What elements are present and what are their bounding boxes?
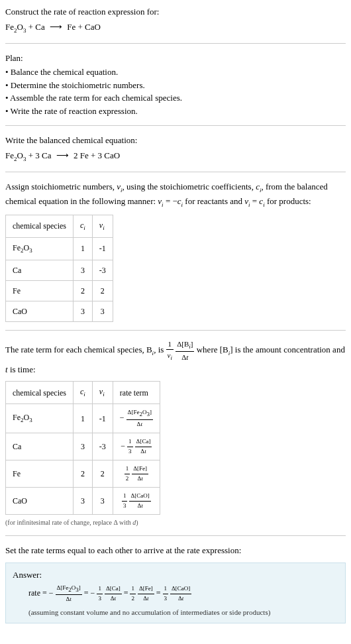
- plan-section: Plan: • Balance the chemical equation. •…: [5, 52, 346, 127]
- cell-species: Fe: [6, 460, 74, 488]
- cell-c: 2: [73, 460, 92, 488]
- initial-equation: Fe2O3 + Ca ⟶ Fe + CaO: [5, 21, 346, 35]
- table-row: Fe2O3 1 -1 − Δ[Fe2O3] Δt: [6, 404, 160, 433]
- rateterm-intro-pre: The rate term for each chemical species,…: [5, 345, 166, 354]
- cell-rate: 1 2 Δ[Fe] Δt: [113, 460, 160, 488]
- rateterm-frac1: 1 νi: [166, 339, 174, 363]
- plan-item: • Write the rate of reaction expression.: [5, 105, 346, 118]
- table-row: Fe 2 2 1 2 Δ[Fe] Δt: [6, 460, 160, 488]
- cell-species: CaO: [6, 301, 74, 321]
- final-title: Set the rate terms equal to each other t…: [5, 544, 346, 557]
- answer-box: Answer: rate = − Δ[Fe2O3] Δt = − 1 3 Δ[C…: [5, 563, 346, 624]
- cell-v: -3: [92, 433, 113, 460]
- stoich-table: chemical species ci νi Fe2O3 1 -1 Ca 3 -…: [5, 215, 113, 322]
- plan-item: • Balance the chemical equation.: [5, 66, 346, 79]
- cell-v: 3: [92, 488, 113, 515]
- table-row: Fe 2 2: [6, 280, 113, 301]
- balanced-equation: Fe2O3 + 3 Ca ⟶ 2 Fe + 3 CaO: [5, 149, 346, 164]
- rateterm-intro: The rate term for each chemical species,…: [5, 339, 346, 376]
- answer-note: (assuming constant volume and no accumul…: [28, 607, 338, 618]
- rateterm-frac2: Δ[Bi] Δt: [176, 339, 194, 363]
- cell-species: Fe: [6, 280, 74, 301]
- cell-species: Fe2O3: [6, 404, 74, 433]
- balanced-section: Write the balanced chemical equation: Fe…: [5, 134, 346, 172]
- table-row: CaO 3 3 1 3 Δ[CaO] Δt: [6, 488, 160, 515]
- table-row: CaO 3 3: [6, 301, 113, 321]
- cell-species: CaO: [6, 488, 74, 515]
- col-rate: rate term: [113, 382, 160, 404]
- cell-v: -1: [92, 237, 113, 260]
- cell-c: 3: [73, 260, 92, 280]
- cell-species: Ca: [6, 433, 74, 460]
- cell-rate: 1 3 Δ[CaO] Δt: [113, 488, 160, 515]
- rateterm-note: (for infinitesimal rate of change, repla…: [5, 517, 346, 527]
- cell-species: Ca: [6, 260, 74, 280]
- answer-equation: rate = − Δ[Fe2O3] Δt = − 1 3 Δ[Ca] Δt = …: [28, 584, 338, 604]
- cell-species: Fe2O3: [6, 237, 74, 260]
- plan-list: • Balance the chemical equation. • Deter…: [5, 66, 346, 117]
- cell-v: -3: [92, 260, 113, 280]
- col-species: chemical species: [6, 215, 74, 237]
- final-section: Set the rate terms equal to each other t…: [5, 544, 346, 623]
- plan-item: • Assemble the rate term for each chemic…: [5, 91, 346, 105]
- table-header-row: chemical species ci νi rate term: [6, 382, 160, 404]
- header-section: Construct the rate of reaction expressio…: [5, 5, 346, 44]
- cell-v: -1: [92, 404, 113, 433]
- cell-c: 3: [73, 433, 92, 460]
- answer-label: Answer:: [13, 568, 338, 582]
- col-c: ci: [73, 215, 92, 237]
- cell-c: 2: [73, 280, 92, 301]
- cell-v: 2: [92, 280, 113, 301]
- col-c: ci: [73, 382, 92, 404]
- cell-rate: − 1 3 Δ[Ca] Δt: [113, 433, 160, 460]
- cell-c: 3: [73, 488, 92, 515]
- col-v: νi: [92, 382, 113, 404]
- rateterm-section: The rate term for each chemical species,…: [5, 339, 346, 536]
- table-row: Ca 3 -3: [6, 260, 113, 280]
- table-row: Fe2O3 1 -1: [6, 237, 113, 260]
- col-v: νi: [92, 215, 113, 237]
- plan-item: • Determine the stoichiometric numbers.: [5, 79, 346, 92]
- stoich-intro: Assign stoichiometric numbers, νi, using…: [5, 180, 346, 209]
- cell-c: 1: [73, 404, 92, 433]
- cell-rate: − Δ[Fe2O3] Δt: [113, 404, 160, 433]
- page-title: Construct the rate of reaction expressio…: [5, 5, 346, 19]
- stoich-section: Assign stoichiometric numbers, νi, using…: [5, 180, 346, 331]
- col-species: chemical species: [6, 382, 74, 404]
- rateterm-table: chemical species ci νi rate term Fe2O3 1…: [5, 381, 160, 515]
- table-header-row: chemical species ci νi: [6, 215, 113, 237]
- cell-v: 2: [92, 460, 113, 488]
- cell-c: 3: [73, 301, 92, 321]
- cell-c: 1: [73, 237, 92, 260]
- table-row: Ca 3 -3 − 1 3 Δ[Ca] Δt: [6, 433, 160, 460]
- cell-v: 3: [92, 301, 113, 321]
- plan-title: Plan:: [5, 52, 346, 65]
- balanced-title: Write the balanced chemical equation:: [5, 134, 346, 147]
